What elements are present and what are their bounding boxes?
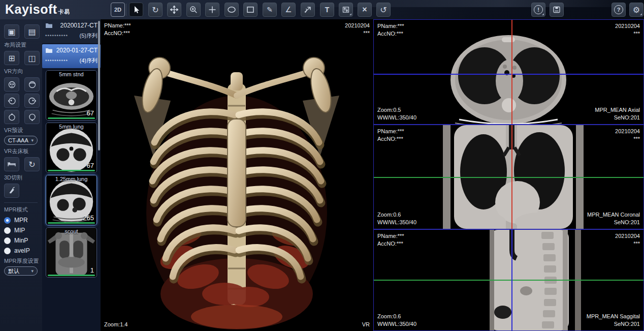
head-right-icon xyxy=(28,97,37,105)
cursor-tool-button[interactable] xyxy=(129,3,143,17)
mpr-masked: *** xyxy=(615,240,640,248)
image-info-button[interactable]: ! xyxy=(531,3,545,17)
thumbnail-image-number: 67 xyxy=(87,109,94,117)
angle-measure-button[interactable]: ∠ xyxy=(281,3,296,17)
mpr-wwwl: WW/WL:350/40 xyxy=(377,320,416,328)
axial-zoom-info: Zoom:0.5 WW/WL:350/40 xyxy=(377,106,416,122)
remove-bed-button[interactable] xyxy=(4,157,19,171)
2d-view-icon: 2D xyxy=(114,7,121,13)
axial-patient-info: PName:*** AccNO:*** xyxy=(377,22,404,38)
mpr-pname: PName:*** xyxy=(377,128,404,135)
chevron-down-icon: ▾ xyxy=(31,138,34,143)
mpr-label: MPR_MEAN Coronal xyxy=(587,211,640,219)
zoom-in-button[interactable] xyxy=(186,3,201,17)
axial-study-info: 20210204 *** xyxy=(615,22,640,38)
head-anterior-icon xyxy=(8,80,16,89)
sidebar-divider xyxy=(4,202,38,203)
mpr-wwwl: WW/WL:350/40 xyxy=(377,114,416,122)
series-thumbnail-scout[interactable]: scout 1 xyxy=(46,227,97,278)
radio-icon xyxy=(4,248,11,254)
study-item[interactable]: 20200127-CT ********** (5)序列 xyxy=(42,19,101,43)
window-level-button[interactable] xyxy=(339,3,353,17)
mpr-zoom: Zoom:0.5 xyxy=(377,106,416,114)
study-name: 2020-01-27-CT xyxy=(56,47,98,54)
text-annotation-button[interactable]: T xyxy=(320,3,334,17)
vr-superior-button[interactable] xyxy=(4,110,19,124)
vr-anterior-button[interactable] xyxy=(4,77,19,92)
rect-roi-button[interactable] xyxy=(243,3,257,17)
reset-view-button[interactable]: ↺ xyxy=(376,3,391,17)
series-thumbnail-5mm-lung[interactable]: 5mm lung 67 xyxy=(46,123,97,173)
vr-left-button[interactable] xyxy=(4,94,19,108)
cobb-angle-button[interactable] xyxy=(301,3,315,17)
restore-bed-button[interactable]: ↻ xyxy=(24,157,40,171)
head-posterior-icon xyxy=(28,80,37,89)
rotate-3d-button[interactable]: ↻ xyxy=(148,3,163,17)
vr-inferior-button[interactable] xyxy=(24,110,40,124)
mpr-seno: SeNO:201 xyxy=(595,114,640,122)
mpr-coronal-viewport[interactable]: PName:*** AccNO:*** 20210204 *** Zoom:0.… xyxy=(373,125,644,229)
scout-thumbnail-image xyxy=(46,228,96,277)
mpr-sagittal-viewport[interactable]: PName:*** AccNO:*** 20210204 *** Zoom:0.… xyxy=(373,229,644,331)
mpr-mode-option-aveip[interactable]: aveIP xyxy=(4,247,42,254)
thumbnail-label: 1.25mm lung xyxy=(46,176,96,182)
crosshair-tool-button[interactable] xyxy=(205,3,219,17)
vr-label: VR xyxy=(362,321,370,328)
coronal-crosshair-vertical[interactable] xyxy=(511,125,512,229)
series-scrollbar[interactable] xyxy=(98,21,100,329)
toolbar-divider xyxy=(126,4,126,16)
vr-pname: PName:*** xyxy=(104,22,131,29)
thumbnail-label: 5mm stnd xyxy=(46,71,96,77)
2d-view-button[interactable]: 2D xyxy=(111,3,125,17)
layout-settings-label: 布局设置 xyxy=(4,41,42,49)
series-thumbnail-5mm-stnd[interactable]: 5mm stnd 67 xyxy=(46,70,97,121)
single-view-icon: ▣ xyxy=(8,27,15,37)
angle-icon: ∠ xyxy=(285,5,292,14)
vr-right-button[interactable] xyxy=(24,94,40,108)
close-icon: × xyxy=(362,5,367,14)
vr-posterior-button[interactable] xyxy=(24,77,40,92)
vr-study-info: 20210204 *** xyxy=(345,22,370,37)
vr-remove-bed-label: VR去床板 xyxy=(4,147,42,155)
sagittal-crosshair-horizontal[interactable] xyxy=(374,280,643,281)
layout-single-button[interactable]: ▣ xyxy=(4,24,19,39)
crosshair-icon xyxy=(208,6,216,14)
axial-crosshair-horizontal[interactable] xyxy=(374,74,643,75)
mpr-thickness-value: 默认 xyxy=(8,267,19,275)
chevron-down-icon: ▾ xyxy=(31,268,34,274)
mpr-mode-option-mip[interactable]: MIP xyxy=(4,227,42,234)
study-name: 20200127-CT xyxy=(60,22,98,29)
delete-annotation-button[interactable]: × xyxy=(358,3,372,17)
scrollbar-thumb[interactable] xyxy=(98,21,100,151)
mpr-study-date: 20210204 xyxy=(615,232,640,240)
ellipse-roi-button[interactable] xyxy=(224,3,239,17)
series-thumbnail-125mm-lung[interactable]: 1.25mm lung 265 xyxy=(46,175,97,225)
sagittal-study-info: 20210204 *** xyxy=(615,232,640,248)
save-film-icon xyxy=(553,6,561,14)
layout-split-button[interactable]: ◫ xyxy=(24,51,40,65)
mpr-mode-option-mpr[interactable]: MPR xyxy=(4,217,42,224)
vr-preset-select[interactable]: CT-AAA ▾ xyxy=(4,136,38,145)
vr-preset-label: VR预设 xyxy=(4,127,42,134)
mpr-mode-label: MPR模式 xyxy=(4,206,42,214)
cut-3d-button[interactable] xyxy=(4,184,19,198)
help-button[interactable]: ? xyxy=(611,3,626,17)
help-icon: ? xyxy=(614,5,623,14)
thumbnail-progress-bar xyxy=(48,222,95,224)
vr-viewport[interactable]: PName:*** AccNO:*** 20210204 *** Zoom:1.… xyxy=(101,19,373,331)
line-measure-button[interactable]: ✎ xyxy=(263,3,277,17)
sagittal-crosshair-vertical[interactable] xyxy=(511,230,512,330)
layout-save-button[interactable]: ▤ xyxy=(24,24,40,39)
mpr-mode-option-minp[interactable]: MinP xyxy=(4,237,42,244)
series-count: (5)序列 xyxy=(80,32,98,40)
mpr-axial-viewport[interactable]: PName:*** AccNO:*** 20210204 *** Zoom:0.… xyxy=(373,19,644,125)
coronal-crosshair-horizontal[interactable] xyxy=(374,177,643,178)
pan-tool-button[interactable] xyxy=(167,3,181,17)
settings-button[interactable]: ⚙ xyxy=(629,3,643,17)
axial-crosshair-vertical[interactable] xyxy=(511,20,512,124)
bed-icon xyxy=(7,160,16,168)
export-image-button[interactable] xyxy=(550,3,564,17)
study-item-selected[interactable]: 2020-01-27-CT ********** (4)序列 xyxy=(42,44,101,68)
layout-grid-button[interactable]: ⊞ xyxy=(4,51,19,65)
mpr-thickness-select[interactable]: 默认 ▾ xyxy=(4,266,38,276)
